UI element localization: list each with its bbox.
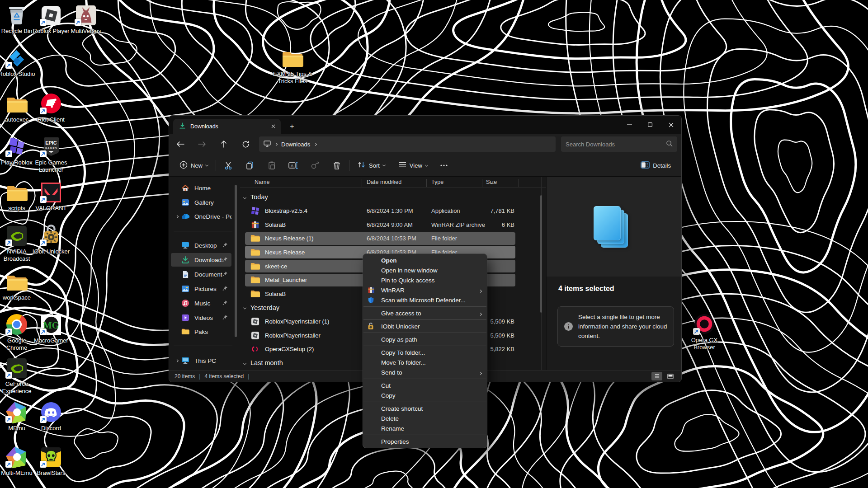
- details-pane-toggle-button[interactable]: Details: [637, 157, 675, 174]
- desktop-icon-multiversus[interactable]: MultiVersus: [66, 1, 106, 35]
- sidebar-scrollbar[interactable]: [235, 185, 237, 337]
- cut-button[interactable]: [220, 157, 237, 174]
- sidebar-item-this-pc[interactable]: This PC: [171, 354, 231, 367]
- context-menu-item-winrar[interactable]: WinRAR: [363, 285, 487, 295]
- context-menu-item-send-to[interactable]: Send to: [363, 367, 487, 377]
- column-header-date-modified[interactable]: Date modified: [367, 179, 401, 185]
- context-menu-item-label: Cut: [381, 382, 391, 389]
- context-menu-item-pin-to-quick-access[interactable]: Pin to Quick access: [363, 275, 487, 285]
- new-button[interactable]: New: [175, 157, 212, 174]
- address-breadcrumb-bar[interactable]: Downloads: [259, 136, 556, 152]
- file-name: skeet-ce: [265, 259, 287, 273]
- folder-icon: [273, 44, 312, 68]
- sidebar-item-documents[interactable]: Documents: [171, 267, 231, 281]
- context-menu-item-copy-as-path[interactable]: Copy as path: [363, 334, 487, 344]
- desktop-icon-workspace[interactable]: workspace: [0, 267, 37, 301]
- rename-button[interactable]: A: [285, 157, 302, 174]
- context-menu-item-scan-with-microsoft-defender[interactable]: Scan with Microsoft Defender...: [363, 295, 487, 305]
- sort-button[interactable]: Sort: [353, 157, 389, 174]
- file-stack-icon: [594, 206, 621, 240]
- forward-button[interactable]: [194, 137, 210, 151]
- context-menu-item-rename[interactable]: Rename: [363, 423, 487, 433]
- context-menu-item-move-to-folder[interactable]: Move To folder...: [363, 357, 487, 367]
- column-header-name[interactable]: Name: [255, 179, 269, 185]
- file-size: 7,781 KB: [474, 204, 514, 218]
- file-row-bloxstrap-v2-5-4[interactable]: Bloxstrap-v2.5.46/8/2024 1:30 PMApplicat…: [240, 204, 546, 218]
- file-list-scrollbar-thumb[interactable]: [540, 195, 542, 313]
- context-menu-item-delete[interactable]: Delete: [363, 413, 487, 423]
- desktop-icon-label: Discord: [31, 425, 71, 432]
- back-button[interactable]: [173, 137, 188, 151]
- delete-button[interactable]: [328, 157, 345, 174]
- context-menu-item-cut[interactable]: Cut: [363, 380, 487, 390]
- group-collapse-icon[interactable]: [244, 360, 246, 366]
- sidebar-item-home[interactable]: Home: [171, 181, 231, 195]
- paste-button[interactable]: [263, 157, 280, 174]
- sidebar-item-desktop[interactable]: Desktop: [171, 239, 231, 252]
- desktop-icon-iobit-unlocker[interactable]: IObit Unlocker: [31, 221, 71, 255]
- breadcrumb-downloads[interactable]: Downloads: [281, 141, 310, 148]
- copy-button[interactable]: [241, 157, 259, 174]
- search-box[interactable]: [561, 136, 677, 152]
- sidebar-item-music[interactable]: Music: [171, 296, 231, 310]
- context-menu-item-open-in-new-window[interactable]: Open in new window: [363, 265, 487, 275]
- desktop-icon-discord[interactable]: Discord: [31, 398, 71, 432]
- context-menu-item-create-shortcut[interactable]: Create shortcut: [363, 404, 487, 413]
- column-header-size[interactable]: Size: [486, 179, 497, 185]
- desktop-icon-brawl-stars[interactable]: BrawlStars: [31, 443, 71, 477]
- pin-icon: [222, 257, 228, 263]
- details-view-toggle[interactable]: [651, 372, 662, 380]
- macrogamer-icon: MG: [31, 310, 71, 335]
- music-icon: [180, 299, 190, 307]
- desktop-icon-exm-folder[interactable]: EXM 25 Tips & Tricks Files: [273, 44, 312, 85]
- maximize-button[interactable]: [640, 116, 660, 134]
- file-name: SolaraB: [265, 287, 286, 300]
- desktop-icon-roblox-player[interactable]: Roblox Player: [31, 1, 71, 35]
- sidebar-item-paks[interactable]: Paks: [171, 325, 231, 338]
- search-input[interactable]: [566, 141, 666, 148]
- desktop-icon-valorant[interactable]: VALORANT: [31, 178, 71, 212]
- desktop-icon-label: Riot Client: [31, 116, 71, 123]
- context-menu-item-open[interactable]: Open: [363, 255, 487, 265]
- group-collapse-icon[interactable]: [244, 304, 246, 311]
- minimize-button[interactable]: [619, 116, 640, 134]
- context-menu-item-properties[interactable]: Properties: [363, 436, 487, 446]
- desktop-icon-epic-games-launcher[interactable]: EPICGAMESEpic Games Launcher: [31, 132, 71, 174]
- group-collapse-icon[interactable]: [244, 194, 246, 201]
- close-button[interactable]: [660, 116, 681, 134]
- group-header-today[interactable]: Today: [240, 190, 546, 204]
- large-icons-view-toggle[interactable]: [665, 372, 676, 380]
- more-options-button[interactable]: [435, 157, 453, 174]
- file-row-nexus-release-1-[interactable]: Nexus Release (1)6/8/2024 10:53 PMFile f…: [240, 232, 546, 245]
- column-header-type[interactable]: Type: [431, 179, 443, 185]
- up-button[interactable]: [216, 137, 231, 151]
- context-menu-item-copy[interactable]: Copy: [363, 390, 487, 400]
- new-tab-button[interactable]: +: [286, 121, 298, 132]
- sidebar-item-downloads[interactable]: Downloads: [171, 253, 231, 267]
- desktop-icon-riot-client[interactable]: Riot Client: [31, 89, 71, 123]
- sidebar-item-pictures[interactable]: Pictures: [171, 282, 231, 296]
- file-name: Nexus Release (1): [265, 232, 314, 245]
- tab-close-icon[interactable]: [269, 122, 277, 131]
- chevron-down-icon: [382, 163, 386, 166]
- sidebar-item-onedrive-pers[interactable]: OneDrive - Pers: [171, 210, 231, 223]
- sidebar-item-gallery[interactable]: Gallery: [171, 196, 231, 209]
- context-menu-item-copy-to-folder[interactable]: Copy To folder...: [363, 347, 487, 357]
- new-button-label: New: [191, 162, 203, 169]
- desktop-icon-geforce-experience[interactable]: GeForce Experience: [0, 354, 37, 395]
- operagx-icon: [684, 310, 724, 334]
- context-menu-item-give-access-to[interactable]: Give access to: [363, 308, 487, 318]
- context-menu-item-iobit-unlocker[interactable]: IObit Unlocker: [363, 321, 487, 331]
- file-row-solarab[interactable]: SolaraB6/8/2024 9:00 AMWinRAR ZIP archiv…: [240, 218, 546, 231]
- refresh-button[interactable]: [238, 137, 253, 151]
- pictures-icon: [180, 285, 190, 292]
- sidebar-item-videos[interactable]: Videos: [171, 311, 231, 324]
- desktop-icon-roblox-studio[interactable]: Roblox Studio: [0, 44, 37, 78]
- share-button[interactable]: [307, 157, 324, 174]
- desktop-icon-opera-gx-browser[interactable]: Opera GX Browser: [684, 310, 724, 351]
- navigation-sidebar: HomeGalleryOneDrive - PersDesktopDownloa…: [169, 177, 240, 370]
- desktop-icon-macrogamer[interactable]: MGMacroGamer: [31, 310, 71, 344]
- bloxstrap-file-icon: [250, 204, 260, 218]
- view-button[interactable]: View: [395, 157, 432, 174]
- explorer-tab-downloads[interactable]: Downloads: [173, 119, 281, 134]
